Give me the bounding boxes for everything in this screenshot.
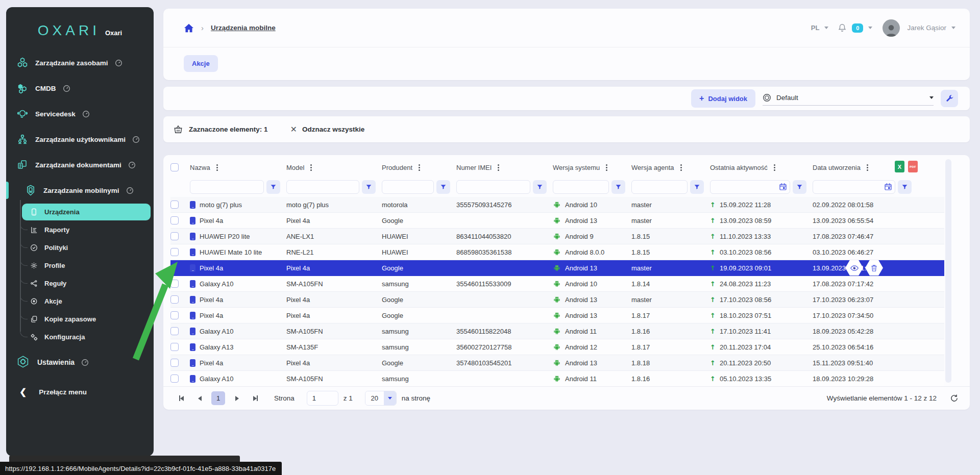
sidebar-item-configuration[interactable]: Konfiguracja	[6, 328, 154, 346]
row-checkbox[interactable]	[170, 280, 179, 288]
menu-dots-icon[interactable]	[865, 163, 870, 172]
avatar[interactable]	[883, 19, 900, 37]
row-checkbox[interactable]	[170, 311, 179, 319]
filter-icon[interactable]	[690, 180, 704, 194]
sidebar-item-profiles[interactable]: Profile	[6, 257, 154, 274]
device-producer: Google	[382, 217, 403, 224]
filter-icon[interactable]	[611, 180, 625, 194]
sidebar-item-rules[interactable]: Reguły	[6, 274, 154, 292]
table-row[interactable]: ✓ Pixel 4a Pixel 4a Google Android 13 1.…	[170, 308, 944, 323]
first-page-icon[interactable]	[175, 392, 188, 405]
row-checkbox[interactable]	[170, 359, 179, 367]
actions-button[interactable]: Akcje	[184, 55, 218, 72]
excel-export-icon[interactable]: X	[895, 161, 904, 172]
notification-badge[interactable]: 0	[852, 23, 863, 33]
pdf-export-icon[interactable]: PDF	[908, 161, 918, 172]
page-size-select[interactable]: 20	[365, 391, 397, 406]
phone-icon	[190, 264, 195, 272]
table-row[interactable]: ✓ Pixel 4a Pixel 4a Google 3574801035452…	[170, 355, 944, 371]
table-row[interactable]: ✓ Galaxy A13 SM-A135F samsung 3560027201…	[170, 339, 944, 355]
sidebar-item-devices[interactable]: Urządzenia	[6, 203, 154, 221]
filter-icon[interactable]	[436, 180, 450, 194]
table-row[interactable]: ✓ Galaxy A10 SM-A105FN samsung Android 1…	[170, 371, 944, 387]
sidebar-item-policies[interactable]: Polityki	[6, 239, 154, 257]
filter-input-name[interactable]	[190, 181, 263, 193]
chevron-down-icon[interactable]	[868, 27, 872, 29]
table-header: Nazwa Model Produdent Numer IMEI Wersja …	[170, 158, 944, 177]
collapse-icon: ❮	[19, 387, 27, 397]
filter-icon[interactable]	[362, 180, 376, 194]
last-page-icon[interactable]	[249, 392, 262, 405]
chevron-down-icon[interactable]	[951, 27, 955, 29]
bell-icon[interactable]	[838, 23, 847, 33]
sidebar-item-documents[interactable]: Zarządzanie dokumentami	[6, 152, 154, 178]
filter-input-model[interactable]	[287, 181, 359, 193]
deselect-all-button[interactable]: ✕ Odznacz wszystkie	[290, 124, 365, 134]
breadcrumb-current[interactable]: Urządzenia mobilne	[211, 24, 276, 32]
menu-dots-icon[interactable]	[309, 163, 313, 172]
sidebar-item-backups[interactable]: Kopie zapasowe	[6, 310, 154, 328]
table-row[interactable]: ✓ Galaxy A10 SM-A105FN samsung 355460115…	[170, 323, 944, 339]
row-checkbox[interactable]	[170, 201, 179, 209]
row-checkbox[interactable]	[170, 374, 179, 383]
table-row[interactable]: ✓ HUAWEI P20 lite ANE-LX1 HUAWEI 8634110…	[170, 229, 944, 244]
user-name[interactable]: Jarek Gąsior	[907, 24, 946, 32]
sidebar-item-settings[interactable]: Ustawienia	[6, 349, 154, 376]
sidebar-toggle[interactable]: ❮ Przełącz menu	[6, 381, 154, 403]
filter-input-last-activity[interactable]	[710, 181, 779, 193]
filter-input-system[interactable]	[553, 181, 608, 193]
menu-dots-icon[interactable]	[215, 163, 219, 172]
menu-dots-icon[interactable]	[679, 163, 683, 172]
chevron-down-icon[interactable]	[824, 27, 828, 29]
table-row[interactable]: ✓ Pixel 4a Pixel 4a Google Android 13 ma…	[170, 260, 944, 276]
filter-input-producer[interactable]	[382, 181, 433, 193]
table-row[interactable]: ✓ HUAWEI Mate 10 lite RNE-L21 HUAWEI 868…	[170, 244, 944, 260]
table-row[interactable]: ✓ Galaxy A10 SM-A105FN samsung 355460115…	[170, 276, 944, 292]
language-selector[interactable]: PL	[811, 24, 820, 32]
menu-dots-icon[interactable]	[772, 163, 777, 172]
view-device-button[interactable]	[845, 260, 863, 276]
device-model: RNE-L21	[286, 248, 313, 256]
device-producer: Google	[382, 264, 403, 272]
menu-dots-icon[interactable]	[496, 163, 501, 172]
sidebar-item-actions[interactable]: Akcje	[6, 292, 154, 310]
home-icon[interactable]	[184, 23, 194, 33]
table-row[interactable]: ✓ Pixel 4a Pixel 4a Google Android 13 ma…	[170, 292, 944, 308]
table-scrollbar[interactable]	[945, 159, 951, 383]
row-checkbox[interactable]	[170, 327, 179, 335]
table-row[interactable]: ✓ moto g(7) plus moto g(7) plus motorola…	[170, 197, 944, 213]
filter-input-agent[interactable]	[632, 181, 687, 193]
filter-icon[interactable]	[898, 180, 912, 194]
calendar-icon[interactable]	[884, 183, 892, 191]
filter-icon[interactable]	[266, 180, 280, 194]
view-settings-button[interactable]	[941, 90, 958, 107]
page-number-button[interactable]: 1	[211, 391, 225, 405]
select-all-checkbox[interactable]	[170, 163, 179, 171]
filter-input-created[interactable]	[813, 181, 884, 193]
row-checkbox[interactable]	[170, 248, 179, 256]
menu-dots-icon[interactable]	[604, 163, 609, 172]
filter-icon[interactable]	[533, 180, 547, 194]
row-checkbox[interactable]	[170, 343, 179, 351]
prev-page-icon[interactable]	[193, 392, 206, 405]
row-checkbox[interactable]	[170, 232, 179, 240]
page-input[interactable]	[307, 391, 338, 406]
view-select[interactable]: Default	[763, 93, 934, 106]
row-checkbox[interactable]	[170, 216, 179, 224]
row-checkbox[interactable]	[170, 295, 179, 304]
next-page-icon[interactable]	[230, 392, 243, 405]
refresh-icon[interactable]	[950, 394, 959, 403]
sidebar-item-users[interactable]: Zarządzanie użytkownikami	[6, 127, 154, 152]
delete-device-button[interactable]	[865, 260, 883, 276]
sidebar-item-mobile[interactable]: Zarządzanie mobilnymi	[6, 178, 154, 203]
sidebar-item-servicedesk[interactable]: Servicedesk	[6, 101, 154, 127]
menu-dots-icon[interactable]	[417, 163, 422, 172]
table-row[interactable]: ✓ Pixel 4a Pixel 4a Google Android 13 ma…	[170, 213, 944, 229]
add-view-button[interactable]: + Dodaj widok	[691, 89, 755, 108]
filter-input-imei[interactable]	[457, 181, 530, 193]
sidebar-item-cmdb[interactable]: CMDB	[6, 76, 154, 101]
sidebar-item-assets[interactable]: Zarządzanie zasobami	[6, 50, 154, 76]
filter-icon[interactable]	[793, 180, 806, 194]
sidebar-item-reports[interactable]: Raporty	[6, 221, 154, 239]
calendar-icon[interactable]	[779, 183, 787, 191]
